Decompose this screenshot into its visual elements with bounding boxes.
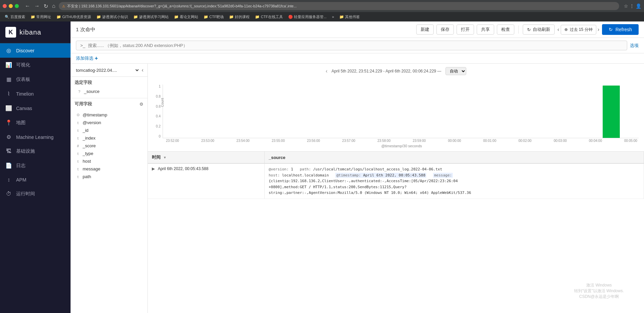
field-type-t3: t (75, 136, 81, 140)
browser-close-btn[interactable] (3, 4, 7, 8)
bookmark-more[interactable]: » (330, 14, 336, 19)
row-expand-btn[interactable]: ▶ (152, 166, 157, 171)
fields-list: ⊙ @timestamp t @version t _id t _index (71, 110, 147, 313)
time-prev-btn[interactable]: ‹ (557, 27, 559, 33)
field-name-version: @version (83, 120, 143, 125)
index-collapse-btn[interactable]: ‹ (142, 67, 143, 73)
save-button[interactable]: 保存 (436, 24, 454, 35)
address-bar[interactable]: ⚠ 不安全 | 192.168.136.101:5601/app/kibana#… (59, 2, 619, 10)
options-link[interactable]: 选项 (630, 43, 639, 49)
field-item-message[interactable]: t message (73, 165, 145, 173)
field-item-type[interactable]: t _type (73, 150, 145, 157)
field-item-index[interactable]: t _index (73, 134, 145, 142)
x-label-9: 00:00:00 (448, 139, 461, 143)
col-header-time[interactable]: 时间 ▼ (148, 152, 264, 163)
field-item-id[interactable]: t _id (73, 126, 145, 134)
sidebar-item-apm[interactable]: ↕ APM (0, 173, 71, 187)
browser-forward-btn[interactable]: → (33, 2, 41, 10)
sidebar-item-visualize[interactable]: 📊 可视化 (0, 58, 71, 72)
open-button[interactable]: 打开 (457, 24, 474, 35)
sidebar-item-discover[interactable]: ◎ Discover (0, 43, 71, 58)
x-label-4: 23:55:00 (272, 139, 285, 143)
auto-refresh-button[interactable]: ↻ 自动刷新 (523, 24, 555, 35)
add-filter-button[interactable]: 添加筛选 + (76, 55, 98, 61)
chart-controls: ‹ April 5th 2022, 23:51:24.229 - April 6… (153, 67, 639, 75)
x-label-12: 00:03:00 (554, 139, 567, 143)
source-highlight-msg: message: (433, 173, 453, 178)
search-input[interactable] (88, 43, 623, 48)
sidebar-item-label-discover: Discover (16, 48, 34, 53)
field-item-source[interactable]: ? _source (75, 88, 143, 95)
field-name-timestamp: @timestamp (83, 112, 143, 117)
account-btn[interactable]: 👤 (636, 3, 641, 9)
interval-select[interactable]: 自动 (445, 67, 466, 75)
field-item-timestamp[interactable]: ⊙ @timestamp (73, 111, 145, 119)
field-item-path[interactable]: t path (73, 173, 145, 180)
bookmark-ctf[interactable]: 📁 CTF靶场 (202, 14, 226, 20)
inspect-button[interactable]: 检查 (497, 24, 514, 35)
add-filter-label: 添加筛选 (76, 55, 93, 61)
kibana-logo-text: kibana (19, 29, 41, 36)
data-panel: ‹ April 5th 2022, 23:51:24.229 - April 6… (148, 64, 644, 313)
available-fields-title: 可用字段 (75, 101, 139, 107)
gear-icon[interactable]: ⚙ (139, 102, 143, 107)
bookmark-btn[interactable]: ☆ (624, 3, 628, 9)
browser-back-btn[interactable]: ← (24, 2, 32, 10)
source-val-version: 1 (291, 167, 293, 171)
browser-min-btn[interactable] (9, 4, 13, 8)
sidebar-item-label-logs: 日志 (16, 163, 26, 169)
field-type-t4: t (75, 152, 81, 156)
hit-count: 1 次命中 (76, 27, 95, 33)
index-dropdown[interactable]: tomcatlog-2022.04.... (75, 67, 140, 73)
source-val-msg3: string:,partner:-,AgentVersion:Mozilla/5… (269, 191, 471, 195)
bookmark-others[interactable]: 📁 其他书签 (337, 14, 362, 20)
source-key-version: @version: (269, 167, 291, 171)
sidebar-item-ml[interactable]: ⚙ Machine Learning (0, 130, 71, 144)
bookmark-pentest2[interactable]: 📁 渗透测试学习网站 (131, 14, 171, 20)
collapse-chart-btn[interactable]: ‹ (326, 68, 327, 74)
bookmark-ctf-tools[interactable]: 📁 CTF在线工具 (253, 14, 285, 20)
field-panel: tomcatlog-2022.04.... ‹ 选定字段 ? _source 可… (71, 64, 148, 313)
sidebar-item-maps[interactable]: 📍 地图 (0, 115, 71, 130)
sidebar-item-canvas[interactable]: ⬜ Canvas (0, 101, 71, 115)
time-range-text: 过去 15 分钟 (570, 27, 593, 33)
browser-reload-btn[interactable]: ↻ (42, 2, 49, 10)
browser-max-btn[interactable] (15, 4, 19, 8)
maps-icon: 📍 (5, 119, 12, 126)
bookmark-baidu[interactable]: 🔍 百度搜索 (3, 14, 27, 20)
field-item-version[interactable]: t @version (73, 119, 145, 126)
bookmark-courses[interactable]: 📁 好的课程 (227, 14, 252, 20)
bookmark-pentest1[interactable]: 📁 渗透测试小知识 (94, 14, 130, 20)
sidebar-item-timelion[interactable]: ⌇ Timelion (0, 87, 71, 101)
y-label-04: 0.4 (153, 114, 161, 118)
table-cell-source: @version: 1 path: /usr/local/tomcat/logs… (264, 163, 644, 199)
field-item-score[interactable]: # _score (73, 142, 145, 150)
time-next-btn[interactable]: › (598, 27, 599, 33)
share-button[interactable]: 共享 (477, 24, 494, 35)
time-range-display[interactable]: ⊕ 过去 15 分钟 (561, 25, 596, 35)
sidebar-item-uptime[interactable]: ⏱ 运行时间 (0, 187, 71, 201)
source-key-host: host: (269, 173, 282, 177)
new-button[interactable]: 新建 (416, 24, 434, 35)
bookmark-common[interactable]: 📁 常用网址 (29, 14, 53, 20)
field-item-host[interactable]: t host (73, 157, 145, 165)
timestamp-value: April 6th 2022, 00:05:43.588 (158, 166, 209, 171)
sidebar-item-dashboard[interactable]: ▦ 仪表板 (0, 72, 71, 87)
bookmark-server[interactable]: 🔴 轻量应用服务器管... (286, 14, 329, 20)
x-label-8: 23:59:00 (413, 139, 426, 143)
sidebar-item-infra[interactable]: 🏗 基础设施 (0, 144, 71, 158)
time-range-icon: ⊕ (564, 27, 568, 32)
filter-bar: 添加筛选 + (71, 53, 644, 64)
sidebar-item-logs[interactable]: 📄 日志 (0, 158, 71, 173)
browser-menu-btn[interactable]: ⋮ (630, 3, 634, 9)
refresh-button[interactable]: ↻ Refresh (602, 24, 639, 35)
bookmark-papers[interactable]: 📁 看论文网站 (172, 14, 200, 20)
discover-layout: tomcatlog-2022.04.... ‹ 选定字段 ? _source 可… (71, 64, 644, 313)
y-axis-label: Count (161, 98, 164, 107)
sidebar: K kibana ◎ Discover 📊 可视化 ▦ 仪表板 ⌇ Timeli… (0, 21, 71, 313)
main-content: 1 次命中 新建 保存 打开 共享 检查 ↻ 自动刷新 ‹ ⊕ 过去 15 分钟… (71, 21, 644, 313)
sidebar-item-label-canvas: Canvas (16, 106, 32, 111)
x-label-10: 00:01:00 (483, 139, 496, 143)
browser-home-btn[interactable]: ⌂ (51, 2, 57, 10)
bookmark-github[interactable]: 📁 GITHUB优质资源 (54, 14, 93, 20)
